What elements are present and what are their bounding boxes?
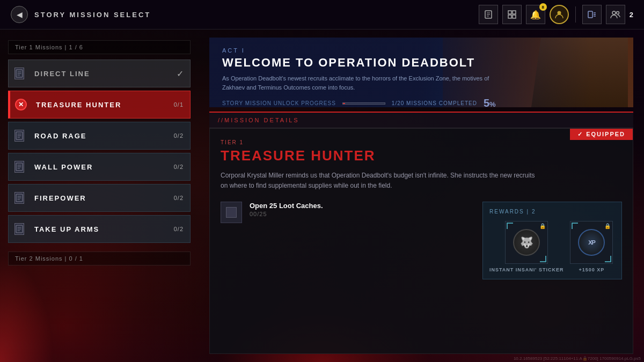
objective-row: Open 25 Loot Caches. 00/25 [221, 202, 472, 223]
svg-rect-5 [513, 11, 516, 14]
doc-icon-rr [14, 130, 24, 142]
progress-bar [342, 102, 385, 105]
group-button[interactable] [606, 5, 625, 24]
profile-circle-button[interactable] [550, 5, 569, 24]
mission-count-wall-power: 0/2 [174, 164, 190, 170]
mission-doc-icon-wp [9, 153, 30, 180]
mission-name-road-rage: ROAD RAGE [30, 132, 174, 140]
rewards-items: 🔒 🐺 INSTANT INSANI' STICKER 🔒 XP [489, 221, 615, 272]
mission-name-firepower: FIREPOWER [30, 194, 174, 202]
progress-section: STORY MISSION UNLOCK PROGRESS 1/20 MISSI… [222, 97, 620, 107]
act-banner-content: ACT I WELCOME TO OPERATION DEADBOLT As O… [209, 38, 633, 107]
svg-point-13 [612, 11, 616, 14]
mission-name-direct-line: DIRECT LINE [30, 70, 177, 78]
rewards-section: REWARDS | 2 🔒 🐺 INSTANT INSANI' STICKER [482, 202, 622, 279]
reward-lock-sticker: 🔒 [539, 223, 546, 229]
reward-name-xp: +1500 XP [579, 267, 605, 272]
mission-item-treasure-hunter[interactable]: ✕ TREASURE HUNTER 0/1 [8, 91, 191, 119]
mission-item-take-up-arms[interactable]: TAKE UP ARMS 0/2 [8, 215, 191, 243]
mission-count-road-rage: 0/2 [174, 132, 190, 139]
reward-lock-xp: 🔒 [604, 223, 611, 229]
mission-count-treasure-hunter: 0/1 [174, 101, 190, 108]
tier1-label: Tier 1 Missions | 1 / 6 [8, 40, 191, 54]
notification-badge: 8 [539, 3, 547, 11]
progress-bar-fill [343, 103, 345, 104]
top-bar: ◀ STORY MISSION SELECT 🔔 8 [0, 0, 644, 29]
svg-rect-6 [508, 15, 511, 18]
reward-item-xp: 🔒 XP +1500 XP [570, 221, 613, 272]
objectives: Open 25 Loot Caches. 00/25 [221, 202, 472, 232]
objective-icon [221, 202, 242, 223]
x-icon: ✕ [15, 99, 27, 110]
journal-button[interactable] [479, 5, 498, 24]
mission-doc-icon-fp [9, 184, 30, 211]
doc-icon-wp [14, 161, 24, 173]
tier2-label: Tier 2 Missions | 0 / 1 [8, 252, 191, 265]
main-content: Tier 1 Missions | 1 / 6 DIRECT LINE ✓ ✕ [0, 29, 644, 362]
version-info: 10.2.16589523 [52:225:11104+11:A🔒7200] 1… [514, 356, 641, 361]
svg-rect-4 [508, 11, 511, 14]
mission-item-wall-power[interactable]: WALL POWER 0/2 [8, 153, 191, 181]
mission-details-label: //MISSION DETAILS [218, 117, 625, 123]
player-icon[interactable] [582, 5, 602, 24]
svg-rect-9 [588, 11, 592, 18]
separator [575, 6, 576, 23]
mission-detail-title: TREASURE HUNTER [221, 147, 622, 164]
mission-name-take-up-arms: TAKE UP ARMS [30, 225, 174, 233]
mission-doc-icon-rr [9, 122, 30, 149]
act-label: ACT I [222, 47, 620, 54]
act-title: WELCOME TO OPERATION DEADBOLT [222, 56, 620, 70]
objectives-rewards: Open 25 Loot Caches. 00/25 REWARDS | 2 [221, 202, 622, 279]
mission-doc-icon-tua [9, 216, 30, 242]
objective-text: Open 25 Loot Caches. 00/25 [250, 202, 472, 217]
reward-item-sticker: 🔒 🐺 INSTANT INSANI' STICKER [489, 221, 564, 272]
objective-main: Open 25 Loot Caches. [250, 202, 472, 210]
progress-label: STORY MISSION UNLOCK PROGRESS [222, 100, 336, 106]
objective-highlight: 25 [269, 202, 277, 210]
mission-count-firepower: 0/2 [174, 195, 190, 201]
objective-icon-inner [226, 207, 237, 218]
sticker-icon: 🐺 [513, 229, 540, 256]
xp-icon: XP [578, 229, 605, 256]
mission-detail-card: ✓ EQUIPPED TIER 1 TREASURE HUNTER Corpor… [209, 128, 633, 354]
mission-x-icon: ✕ [10, 91, 32, 118]
back-button[interactable]: ◀ [11, 6, 28, 23]
sidebar: Tier 1 Missions | 1 / 6 DIRECT LINE ✓ ✕ [0, 29, 199, 362]
objective-post: Loot Caches. [277, 202, 323, 210]
mission-detail-desc: Corporal Krystal Miller reminds us that … [221, 171, 543, 191]
top-bar-left: ◀ STORY MISSION SELECT [11, 6, 151, 23]
act-description: As Operation Deadbolt's newest recruits … [222, 74, 491, 92]
grid-button[interactable] [502, 5, 522, 24]
bell-icon: 🔔 [530, 10, 541, 20]
mission-item-road-rage[interactable]: ROAD RAGE 0/2 [8, 122, 191, 150]
notifications-button[interactable]: 🔔 8 [526, 5, 545, 24]
reward-name-sticker: INSTANT INSANI' STICKER [489, 267, 564, 272]
objective-count: 00/25 [250, 211, 472, 217]
svg-rect-7 [513, 15, 516, 18]
top-bar-right: 🔔 8 2 [479, 5, 633, 24]
mission-name-treasure-hunter: TREASURE HUNTER [32, 101, 174, 109]
svg-point-14 [616, 12, 619, 14]
mission-name-wall-power: WALL POWER [30, 163, 174, 171]
act-banner: ACT I WELCOME TO OPERATION DEADBOLT As O… [209, 38, 633, 107]
mission-item-direct-line[interactable]: DIRECT LINE ✓ [8, 60, 191, 87]
mission-check-direct-line: ✓ [177, 69, 190, 79]
mission-doc-icon [9, 60, 30, 87]
objective-pre: Open [250, 202, 269, 210]
missions-completed: 1/20 MISSIONS COMPLETED [392, 100, 477, 106]
mission-item-firepower[interactable]: FIREPOWER 0/2 [8, 184, 191, 212]
equipped-badge: ✓ EQUIPPED [570, 129, 633, 140]
doc-icon-fp [14, 192, 24, 204]
progress-percentage: 5% [484, 97, 496, 107]
reward-box-xp: 🔒 XP [570, 221, 613, 264]
doc-icon [14, 68, 24, 79]
reward-box-sticker: 🔒 🐺 [505, 221, 548, 264]
doc-icon-tua [14, 223, 24, 235]
page-title: STORY MISSION SELECT [34, 11, 151, 19]
right-panel: ACT I WELCOME TO OPERATION DEADBOLT As O… [199, 29, 644, 362]
mission-details-header: //MISSION DETAILS [209, 112, 633, 128]
rewards-label: REWARDS | 2 [489, 209, 615, 215]
mission-tier: TIER 1 [221, 139, 622, 145]
group-count: 2 [630, 11, 633, 19]
mission-count-take-up-arms: 0/2 [174, 226, 190, 232]
